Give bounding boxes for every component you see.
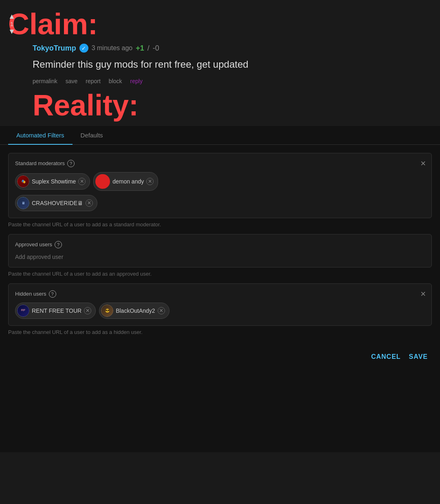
tabs-bar: Automated Filters Defaults <box>0 126 440 145</box>
comment-body: Reminder this guy mods for rent free, ge… <box>33 57 432 71</box>
save-link[interactable]: save <box>66 78 78 84</box>
clear-hidden-users-button[interactable]: × <box>420 290 426 298</box>
hidden-user-tag-rentfree: RF RENT FREE TOUR × <box>15 303 96 319</box>
claim-overlay-label: Claim: <box>8 8 98 40</box>
standard-moderators-section: Standard moderators ? 🎭 Suplex Showtime … <box>8 153 432 218</box>
settings-panel: Automated Filters Defaults Standard mode… <box>0 126 440 452</box>
remove-suplex-button[interactable]: × <box>78 178 86 185</box>
permalink-link[interactable]: permalink <box>33 78 57 84</box>
standard-moderators-help-icon[interactable]: ? <box>67 160 75 167</box>
hidden-user-name-rentfree: RENT FREE TOUR <box>32 307 81 314</box>
panel-content: Standard moderators ? 🎭 Suplex Showtime … <box>0 145 440 345</box>
hidden-users-section: Hidden users ? RF RENT FREE TOUR × 😎 <box>8 283 432 326</box>
reply-link[interactable]: reply <box>130 78 143 84</box>
approved-users-text: Approved users <box>15 241 52 248</box>
comment-username[interactable]: TokyoTrump <box>33 44 76 53</box>
moderator-name-suplex: Suplex Showtime <box>32 178 76 185</box>
remove-demon-button[interactable]: × <box>146 178 154 185</box>
comment-meta: TokyoTrump ✓ 3 minutes ago +1 / -0 <box>33 44 432 53</box>
hidden-users-text: Hidden users <box>15 291 46 297</box>
moderator-tag-demon: demon andy × <box>93 172 158 191</box>
vote-up-icon[interactable]: ▲ <box>8 12 15 21</box>
tab-automated-filters[interactable]: Automated Filters <box>8 126 73 144</box>
action-bar: CANCEL SAVE <box>0 345 440 369</box>
hidden-users-hint: Paste the channel URL of a user to add a… <box>8 329 432 335</box>
avatar-blackout: 😎 <box>101 305 113 317</box>
moderator-name-crash: CRASHOVERIDE🖥 <box>32 200 83 206</box>
standard-moderators-label: Standard moderators ? <box>15 160 425 167</box>
approved-users-section: Approved users ? <box>8 234 432 267</box>
vote-down-icon[interactable]: ▼ <box>8 27 15 36</box>
moderator-tag-crash: 🖥 CRASHOVERIDE🖥 × <box>15 195 97 211</box>
reality-overlay-label: Reality: <box>33 88 432 122</box>
verified-badge-icon: ✓ <box>79 44 88 53</box>
hidden-user-name-blackout: BlackOutAndy2 <box>116 307 155 314</box>
save-button[interactable]: SAVE <box>409 353 428 360</box>
moderator-tag-suplex: 🎭 Suplex Showtime × <box>15 173 90 190</box>
comment-actions: permalink save report block reply <box>33 78 432 84</box>
avatar-suplex: 🎭 <box>17 175 29 188</box>
tab-defaults[interactable]: Defaults <box>73 126 111 144</box>
cancel-button[interactable]: CANCEL <box>371 353 401 360</box>
comment-score-positive: +1 <box>136 44 144 53</box>
report-link[interactable]: report <box>86 78 101 84</box>
hidden-users-tags: RF RENT FREE TOUR × 😎 BlackOutAndy2 × × <box>15 303 425 319</box>
approved-users-hint: Paste the channel URL of a user to add a… <box>8 271 432 277</box>
avatar-crash: 🖥 <box>17 197 29 209</box>
hidden-users-help-icon[interactable]: ? <box>49 290 56 298</box>
avatar-crash-inner: 🖥 <box>18 197 29 209</box>
remove-crash-button[interactable]: × <box>86 199 93 207</box>
approved-users-help-icon[interactable]: ? <box>55 241 62 248</box>
standard-moderators-text: Standard moderators <box>15 160 65 166</box>
remove-rentfree-button[interactable]: × <box>84 307 91 314</box>
standard-moderators-tags-row2: 🖥 CRASHOVERIDE🖥 × <box>15 195 425 211</box>
comment-score-negative: -0 <box>153 44 159 53</box>
claim-section: ▲ 1 ▼ Claim: TokyoTrump ✓ 3 minutes ago … <box>0 0 440 126</box>
approved-users-input[interactable] <box>15 254 425 260</box>
clear-moderators-button[interactable]: × <box>420 159 426 168</box>
approved-users-label: Approved users ? <box>15 241 425 248</box>
vote-widget[interactable]: ▲ 1 ▼ <box>8 12 15 36</box>
avatar-demon <box>95 174 110 189</box>
moderator-name-demon: demon andy <box>112 178 144 185</box>
avatar-rentfree: RF <box>17 305 29 317</box>
block-link[interactable]: block <box>109 78 122 84</box>
comment-score-divider: / <box>147 44 150 53</box>
standard-moderators-tags: 🎭 Suplex Showtime × demon andy × × <box>15 172 425 191</box>
standard-moderators-hint: Paste the channel URL of a user to add a… <box>8 221 432 228</box>
vote-count: 1 <box>10 21 13 27</box>
avatar-rentfree-inner: RF <box>18 305 29 316</box>
hidden-user-tag-blackout: 😎 BlackOutAndy2 × <box>99 303 169 319</box>
comment-timestamp: 3 minutes ago <box>92 44 133 52</box>
avatar-blackout-inner: 😎 <box>101 305 113 316</box>
remove-blackout-button[interactable]: × <box>158 307 165 314</box>
hidden-users-label: Hidden users ? <box>15 290 425 298</box>
avatar-suplex-inner: 🎭 <box>18 176 29 187</box>
